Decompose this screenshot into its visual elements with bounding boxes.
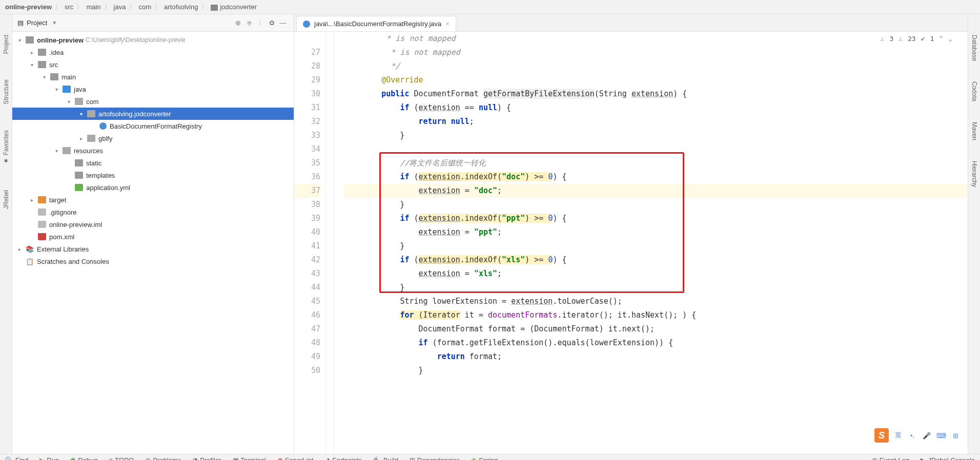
warning-icon: ⚠	[881, 35, 885, 43]
ime-grid-icon[interactable]: ⊞	[950, 430, 961, 441]
maven-tool-button[interactable]: Maven	[971, 122, 978, 140]
tree-file[interactable]: .gitignore	[12, 206, 294, 218]
folder-icon	[87, 110, 95, 117]
bc-item[interactable]: com	[138, 3, 151, 11]
folder-icon	[26, 36, 34, 44]
run-tool-button[interactable]: ▶Run	[39, 456, 59, 460]
bc-item[interactable]: jodconverter	[211, 3, 257, 11]
tree-item-selected[interactable]: ▾artofsolving.jodconverter	[12, 108, 294, 120]
editor-tab[interactable]: java\...\BasicDocumentFormatRegistry.jav…	[296, 16, 456, 31]
bc-item[interactable]: java	[114, 3, 126, 11]
java-class-icon	[99, 122, 107, 130]
jrebel-icon: ▶	[921, 456, 926, 460]
terminal-icon: ▣	[233, 456, 239, 460]
file-icon	[38, 221, 46, 228]
right-tool-rail: Database Codota Maven Hierarchy	[968, 14, 980, 454]
folder-icon	[50, 73, 58, 80]
check-icon: ✔	[921, 35, 925, 43]
ime-keyboard-icon[interactable]: ⌨	[936, 430, 946, 441]
yaml-file-icon	[75, 184, 83, 191]
tree-file[interactable]: BasicDocumentFormatRegistry	[12, 120, 294, 132]
debug-tool-button[interactable]: ✱Debug	[70, 456, 97, 460]
database-tool-button[interactable]: Database	[971, 35, 978, 61]
tree-item[interactable]: ▾src	[12, 58, 294, 71]
terminal-tool-button[interactable]: ▣Terminal	[233, 456, 266, 460]
tree-item[interactable]: ▸gblfy	[12, 132, 294, 144]
project-icon: ▤	[17, 19, 24, 27]
editor-body[interactable]: 27 28 29 30 31 32 33 34 35 36 37 38 39 4…	[294, 32, 968, 454]
left-tool-rail: Project Structure ★ Favorites JRebel	[0, 14, 12, 454]
tree-item[interactable]: ▾java	[12, 83, 294, 95]
find-tool-button[interactable]: 🔍Find	[5, 456, 28, 460]
folder-icon	[75, 98, 83, 105]
bc-item[interactable]: artofsolving	[164, 3, 198, 11]
spring-tool-button[interactable]: ❀Spring	[471, 456, 498, 460]
close-icon[interactable]: ×	[445, 20, 450, 28]
folder-icon	[38, 196, 46, 203]
spring-icon: ❀	[471, 456, 477, 460]
folder-icon	[211, 5, 218, 11]
tree-item[interactable]: ▸.idea	[12, 46, 294, 58]
folder-icon	[63, 86, 71, 93]
tree-file[interactable]: pom.xml	[12, 231, 294, 243]
deps-tool-button[interactable]: ⊞Dependencies	[410, 456, 460, 460]
ime-toolbar[interactable]: S 英 •, 🎤 ⌨ ⊞	[870, 426, 965, 445]
marker-column	[326, 32, 334, 454]
tree-ext-libs[interactable]: ▸📚External Libraries	[12, 243, 294, 255]
tree-item[interactable]: static	[12, 157, 294, 169]
project-tree[interactable]: ▾online-preview C:\Users\gblfy\Desktop\o…	[12, 32, 294, 454]
chevron-down-icon[interactable]: ▼	[52, 20, 57, 26]
sogou-logo-icon[interactable]: S	[874, 428, 889, 443]
tree-item[interactable]: ▸target	[12, 194, 294, 206]
locate-button[interactable]: ⊕	[232, 17, 243, 29]
endpoints-icon: ↗	[324, 456, 330, 460]
ime-punct-button[interactable]: •,	[907, 430, 917, 441]
todo-tool-button[interactable]: ≡TODO	[109, 456, 134, 460]
file-icon	[38, 208, 46, 216]
folder-icon	[38, 61, 46, 68]
chevron-up-icon[interactable]: ^	[939, 35, 943, 43]
tree-item[interactable]: templates	[12, 169, 294, 181]
structure-tool-button[interactable]: Structure	[3, 79, 10, 104]
event-log-icon: ◷	[872, 456, 877, 460]
profiler-tool-button[interactable]: ◔Profiler	[192, 456, 221, 460]
tree-item[interactable]: ▾resources	[12, 144, 294, 157]
bc-item[interactable]: main	[86, 3, 100, 11]
build-tool-button[interactable]: 🔨Build	[373, 456, 398, 460]
search-icon: 🔍	[5, 456, 13, 460]
gear-icon[interactable]: ✿	[266, 17, 277, 29]
collapse-button[interactable]: —	[277, 17, 289, 29]
project-view-label[interactable]: Project	[27, 19, 47, 27]
inspection-indicator[interactable]: ⚠3 ⚠23 ✔1 ^ ⌄	[881, 35, 952, 43]
bug-icon: ✱	[70, 456, 76, 460]
warning-icon: ⚠	[899, 35, 903, 43]
problems-tool-button[interactable]: ⊘Problems	[145, 456, 181, 460]
hierarchy-tool-button[interactable]: Hierarchy	[971, 161, 978, 187]
code-area[interactable]: ⚠3 ⚠23 ✔1 ^ ⌄ * is not mapped * is not m…	[334, 32, 968, 454]
jrebel-tool-button[interactable]: JRebel	[3, 190, 10, 209]
folder-icon	[63, 147, 71, 154]
line-gutter[interactable]: 27 28 29 30 31 32 33 34 35 36 37 38 39 4…	[294, 32, 326, 454]
build-icon: 🔨	[373, 456, 381, 460]
jrebel-console-button[interactable]: ▶JRebel Console	[921, 456, 975, 460]
tree-item[interactable]: ▾main	[12, 71, 294, 83]
sonarlint-tool-button[interactable]: ◉SonarLint	[277, 456, 314, 460]
ime-lang-button[interactable]: 英	[893, 430, 903, 441]
tree-file[interactable]: online-preview.iml	[12, 218, 294, 231]
project-tool-button[interactable]: Project	[3, 35, 10, 54]
bc-item[interactable]: src	[65, 3, 73, 11]
tree-item[interactable]: ▾com	[12, 95, 294, 108]
tree-scratches[interactable]: 📋Scratches and Consoles	[12, 255, 294, 267]
chevron-down-icon[interactable]: ⌄	[948, 35, 952, 43]
event-log-button[interactable]: ◷Event Log	[872, 456, 910, 460]
favorites-tool-button[interactable]: ★ Favorites	[3, 130, 10, 164]
problems-icon: ⊘	[145, 456, 151, 460]
tree-file[interactable]: application.yml	[12, 181, 294, 194]
deps-icon: ⊞	[410, 456, 415, 460]
endpoints-tool-button[interactable]: ↗Endpoints	[324, 456, 362, 460]
expand-button[interactable]: ≑	[243, 17, 255, 29]
bc-item[interactable]: online-preview	[5, 3, 52, 11]
ime-voice-icon[interactable]: 🎤	[922, 430, 932, 441]
codota-tool-button[interactable]: Codota	[971, 81, 978, 101]
tree-root[interactable]: ▾online-preview C:\Users\gblfy\Desktop\o…	[12, 34, 294, 46]
